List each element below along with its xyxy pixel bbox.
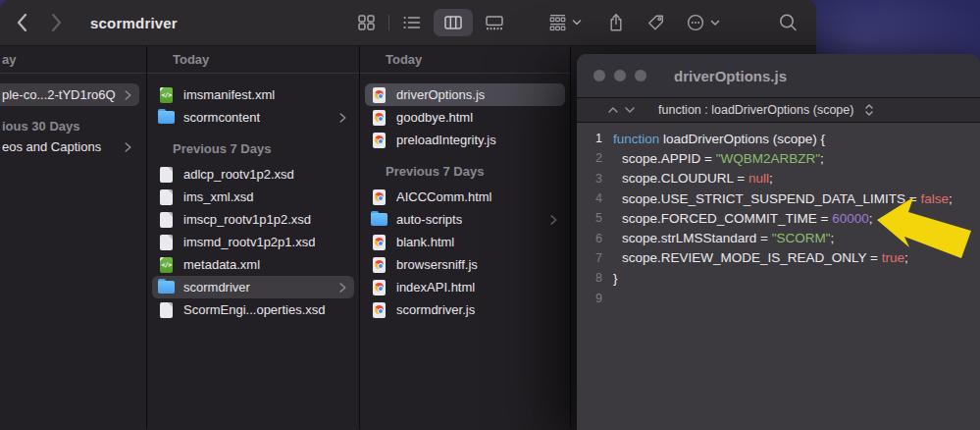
file-row-imsmd-rootv1p2p1-xsd[interactable]: imsmd_rootv1p2p1.xsd [152, 231, 354, 253]
window-title: scormdriver [90, 15, 178, 31]
file-name: blank.html [396, 235, 454, 249]
search-icon [779, 14, 798, 32]
file-row-auto-scripts[interactable]: auto-scripts [365, 208, 565, 231]
file-row-scormengi-operties-xsd[interactable]: ScormEngi...operties.xsd [152, 298, 354, 321]
file-name: browsersniff.js [396, 257, 478, 272]
file-section: Previous 7 DaysAICCComm.htmlauto-scripts… [360, 161, 570, 321]
file-name: adlcp_rootv1p2.xsd [183, 167, 294, 182]
previous-function-button[interactable] [608, 107, 618, 113]
code-text: scope.APPID = "WQBM2ARBZR"; [613, 151, 824, 166]
file-row-ims-xml-xsd[interactable]: ims_xml.xsd [152, 186, 354, 208]
file-name: imscp_rootv1p1p2.xsd [183, 212, 311, 227]
file-row-scormcontent[interactable]: scormcontent [152, 106, 354, 129]
back-button[interactable] [16, 13, 27, 32]
search-button[interactable] [779, 14, 798, 32]
code-line-1: 1function loadDriverOptions (scope) { [577, 129, 980, 148]
file-row-goodbye-html[interactable]: goodbye.html [365, 106, 565, 129]
chevron-down-icon [572, 20, 582, 27]
file-row-indexapi-html[interactable]: indexAPI.html [365, 276, 565, 298]
file-row-imscp-rootv1p1p2-xsd[interactable]: imscp_rootv1p1p2.xsd [152, 208, 354, 231]
file-name: ple-co...2-tYD1ro6Q [2, 87, 116, 102]
file-row-aicccomm-html[interactable]: AICCComm.html [365, 186, 565, 208]
chrome-file-icon [373, 302, 386, 318]
section-rows: driverOptions.jsgoodbye.htmlpreloadInteg… [360, 83, 570, 151]
chrome-file-icon [373, 280, 386, 296]
gallery-view-button[interactable] [475, 9, 514, 36]
folder-icon [158, 279, 175, 296]
file-row-blank-html[interactable]: blank.html [365, 231, 565, 253]
file-name: preloadIntegrity.js [396, 133, 496, 147]
code-area[interactable]: 1function loadDriverOptions (scope) {2sc… [577, 123, 980, 308]
column-package-contents: Todayimsmanifest.xmlscormcontentPrevious… [147, 46, 360, 429]
section-rows: eos and Captions [0, 135, 146, 158]
column-view-button[interactable] [434, 9, 473, 36]
group-by-button[interactable] [549, 15, 582, 31]
chevron-down-icon [625, 107, 635, 113]
more-options-button[interactable] [687, 14, 720, 31]
forward-icon [53, 15, 60, 30]
disclosure-chevron-icon [544, 215, 557, 225]
folder-icon [371, 211, 387, 228]
file-row-adlcp-rootv1p2-xsd[interactable]: adlcp_rootv1p2.xsd [152, 163, 354, 186]
file-name: metadata.xml [183, 257, 260, 272]
group-icon [549, 15, 566, 31]
file-row-metadata-xml[interactable]: metadata.xml [152, 253, 354, 276]
line-number: 5 [577, 211, 602, 225]
document-icon [160, 235, 173, 250]
code-line-2: 2scope.APPID = "WQBM2ARBZR"; [577, 148, 980, 168]
file-row-driveroptions-js[interactable]: driverOptions.js [365, 83, 565, 106]
chrome-file-icon [373, 110, 386, 126]
next-function-button[interactable] [625, 107, 635, 113]
grid-view-button[interactable] [346, 9, 386, 36]
file-row-preloadintegrity-js[interactable]: preloadIntegrity.js [365, 129, 565, 151]
chrome-file-icon [373, 87, 386, 103]
document-icon [160, 167, 173, 183]
file-name: auto-scripts [396, 212, 462, 227]
section-header: Today [147, 46, 359, 74]
finder-toolbar: scormdriver [0, 0, 816, 46]
code-text: scope.strLMSStandard = "SCORM"; [613, 231, 834, 245]
function-selector-stepper[interactable] [865, 104, 873, 116]
segment-divider [388, 15, 389, 30]
share-button[interactable] [608, 14, 624, 32]
document-icon [160, 212, 173, 228]
code-line-9: 9 [577, 288, 980, 307]
disclosure-chevron-icon [119, 90, 131, 100]
zoom-button[interactable] [635, 70, 646, 81]
list-view-button[interactable] [392, 9, 432, 36]
gallery-view-icon [486, 16, 503, 30]
tags-button[interactable] [647, 15, 664, 31]
forward-button[interactable] [51, 13, 63, 32]
file-row-imsmanifest-xml[interactable]: imsmanifest.xml [152, 83, 354, 106]
line-number: 1 [577, 132, 602, 145]
close-button[interactable] [593, 70, 605, 81]
function-selector-label[interactable]: function : loadDriverOptions (scope) [658, 103, 853, 117]
file-name: ims_xml.xsd [183, 189, 254, 204]
back-icon [19, 15, 26, 30]
function-jump-bar: function : loadDriverOptions (scope) [577, 98, 980, 123]
file-name: imsmd_rootv1p2p1.xsd [183, 235, 315, 249]
line-number: 8 [577, 271, 602, 285]
minimize-button[interactable] [614, 70, 626, 81]
column-view-icon [444, 16, 462, 29]
code-line-4: 4scope.USE_STRICT_SUSPEND_DATA_LIMITS = … [577, 188, 980, 208]
file-section: Previous 7 Daysadlcp_rootv1p2.xsdims_xml… [147, 138, 359, 321]
file-name: ScormEngi...operties.xsd [183, 302, 326, 317]
file-name: imsmanifest.xml [183, 87, 275, 102]
code-line-6: 6scope.strLMSStandard = "SCORM"; [577, 228, 980, 247]
file-row-ple-co-2-tyd1ro6q[interactable]: ple-co...2-tYD1ro6Q [0, 83, 139, 106]
file-name: scormdriver.js [396, 302, 475, 317]
file-row-scormdriver-js[interactable]: scormdriver.js [365, 298, 565, 321]
disclosure-chevron-icon [334, 283, 346, 293]
file-row-scormdriver[interactable]: scormdriver [152, 276, 354, 298]
file-name: scormdriver [183, 280, 250, 295]
file-row-eos-and-captions[interactable]: eos and Captions [0, 135, 139, 158]
more-icon [687, 14, 704, 31]
code-line-3: 3scope.CLOUDURL = null; [577, 169, 980, 188]
chrome-file-icon [373, 133, 386, 148]
file-name: AICCComm.html [396, 189, 492, 204]
file-row-browsersniff-js[interactable]: browsersniff.js [365, 253, 565, 276]
up-down-chevrons-icon [865, 104, 873, 116]
code-line-5: 5scope.FORCED_COMMIT_TIME = 60000; [577, 208, 980, 228]
section-header: Previous 7 Days [147, 138, 359, 158]
